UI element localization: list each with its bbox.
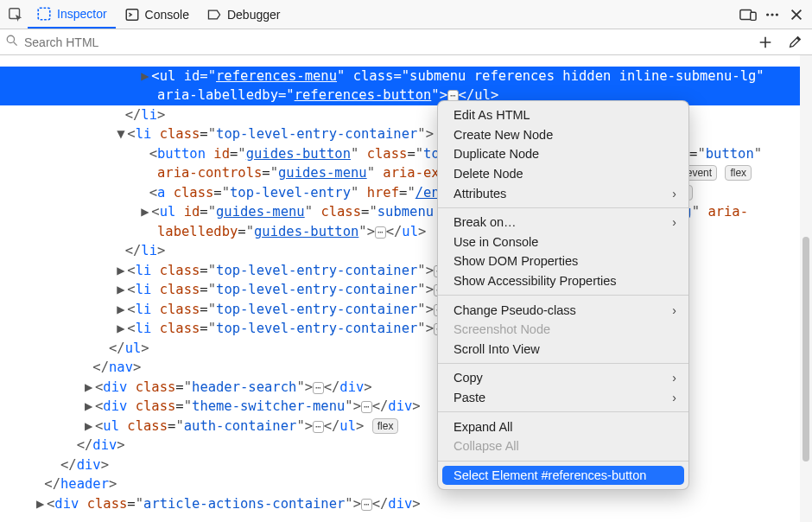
ctx-duplicate-node[interactable]: Duplicate Node <box>438 144 688 164</box>
markup-row[interactable]: ▶<div class="header-search">⋯</div> <box>0 378 812 398</box>
tab-console[interactable]: Console <box>116 0 198 29</box>
ctx-separator <box>438 411 688 412</box>
markup-row[interactable]: </ul> <box>0 339 812 359</box>
markup-row[interactable]: ▶<div class="article-actions-container">… <box>0 494 812 514</box>
svg-rect-4 <box>751 12 756 20</box>
node-context-menu: Edit As HTML Create New Node Duplicate N… <box>437 100 689 490</box>
ctx-copy[interactable]: Copy› <box>438 368 688 388</box>
meatball-menu-button[interactable] <box>760 3 784 27</box>
markup-row[interactable]: <button id="guides-button" class="top-le… <box>0 144 812 164</box>
markup-search-bar <box>0 29 812 55</box>
ctx-select-element[interactable]: Select Element #references-button <box>442 466 684 486</box>
markup-row[interactable]: </header> <box>0 474 812 494</box>
ctx-attributes[interactable]: Attributes› <box>438 183 688 203</box>
svg-point-5 <box>766 13 769 16</box>
devtools-toolbar: Inspector Console Debugger <box>0 0 812 29</box>
markup-row[interactable]: </li> <box>0 241 812 261</box>
ctx-expand-all[interactable]: Expand All <box>438 417 688 436</box>
markup-row[interactable]: aria-controls="guides-menu" aria-expande… <box>0 163 812 183</box>
chevron-right-icon: › <box>672 303 676 317</box>
tab-console-label: Console <box>145 8 189 22</box>
ctx-change-pseudo-class[interactable]: Change Pseudo-class› <box>438 300 688 320</box>
tab-inspector-label: Inspector <box>57 7 107 21</box>
debugger-icon <box>206 7 222 22</box>
close-devtools-button[interactable] <box>784 3 809 27</box>
plus-icon <box>758 35 773 50</box>
markup-row[interactable]: ▶<div class="theme-switcher-menu">⋯</div… <box>0 397 812 417</box>
ctx-create-new-node[interactable]: Create New Node <box>438 125 688 145</box>
markup-row[interactable]: ▶<ul class="auth-container">⋯</ul> flex <box>0 417 812 436</box>
ctx-scroll-into-view[interactable]: Scroll Into View <box>438 340 688 360</box>
markup-row[interactable]: </div> <box>0 455 812 475</box>
search-icon <box>5 34 19 50</box>
ctx-collapse-all: Collapse All <box>438 436 688 456</box>
markup-row[interactable]: </div> <box>0 436 812 455</box>
eyedropper-icon <box>787 35 802 50</box>
ctx-separator <box>438 461 688 462</box>
markup-row[interactable]: <a class="top-level-entry" href="/en-US/… <box>0 183 812 203</box>
selected-node-row[interactable]: aria-labelledby="references-button">⋯</u… <box>0 86 812 105</box>
ctx-break-on[interactable]: Break on…› <box>438 213 688 232</box>
ctx-edit-as-html[interactable]: Edit As HTML <box>438 105 688 125</box>
ctx-separator <box>438 207 688 208</box>
add-node-button[interactable] <box>753 30 777 54</box>
chevron-right-icon: › <box>672 215 676 229</box>
markup-row[interactable]: </nav> <box>0 358 812 378</box>
tab-debugger[interactable]: Debugger <box>198 0 289 29</box>
responsive-icon <box>739 8 757 22</box>
ctx-separator <box>438 295 688 296</box>
svg-rect-3 <box>740 10 752 19</box>
tab-inspector[interactable]: Inspector <box>28 0 116 29</box>
console-icon <box>124 7 140 22</box>
responsive-design-button[interactable] <box>736 3 760 27</box>
close-icon <box>789 7 804 22</box>
svg-point-7 <box>776 13 778 16</box>
pick-element-button[interactable] <box>3 3 28 27</box>
chevron-right-icon: › <box>672 391 676 404</box>
markup-row[interactable]: labelledby="guides-button">⋯</ul> <box>0 222 812 242</box>
inspector-icon <box>36 6 52 22</box>
flex-badge[interactable]: flex <box>725 165 752 181</box>
markup-row[interactable]: ▶<li class="top-level-entry-container">⋯… <box>0 280 812 300</box>
markup-row[interactable]: ▶<li class="top-level-entry-container">⋯… <box>0 300 812 320</box>
ctx-use-in-console[interactable]: Use in Console <box>438 232 688 252</box>
svg-rect-1 <box>38 8 50 20</box>
pick-element-icon <box>8 7 23 22</box>
markup-row[interactable]: </li> <box>0 105 812 125</box>
selected-node-row[interactable]: ▶<ul id="references-menu" class="submenu… <box>0 67 812 86</box>
scrollbar-thumb[interactable] <box>802 237 809 462</box>
svg-point-8 <box>7 35 14 42</box>
markup-row[interactable]: ▼<li class="top-level-entry-container"> <box>0 124 812 144</box>
ctx-paste[interactable]: Paste› <box>438 388 688 408</box>
markup-panel: ▶<ul id="references-menu" class="submenu… <box>0 55 812 522</box>
flex-badge[interactable]: flex <box>372 418 399 434</box>
ctx-screenshot-node: Screenshot Node <box>438 320 688 340</box>
vertical-scrollbar[interactable] <box>800 55 812 522</box>
chevron-right-icon: › <box>672 371 676 385</box>
meatball-icon <box>764 7 780 22</box>
tab-debugger-label: Debugger <box>227 8 281 22</box>
ctx-show-dom-properties[interactable]: Show DOM Properties <box>438 251 688 271</box>
ctx-delete-node[interactable]: Delete Node <box>438 164 688 184</box>
markup-row[interactable]: ▶<ul id="guides-menu" class="submenu gui… <box>0 202 812 222</box>
svg-point-6 <box>771 13 773 16</box>
eyedropper-button[interactable] <box>783 30 807 54</box>
ctx-show-accessibility-properties[interactable]: Show Accessibility Properties <box>438 271 688 291</box>
search-input[interactable] <box>24 35 748 49</box>
markup-row[interactable]: ▶<li class="top-level-entry-container">⋯… <box>0 261 812 281</box>
markup-row[interactable]: ▶<li class="top-level-entry-container">⋯… <box>0 319 812 339</box>
chevron-right-icon: › <box>672 187 676 201</box>
ctx-separator <box>438 363 688 364</box>
